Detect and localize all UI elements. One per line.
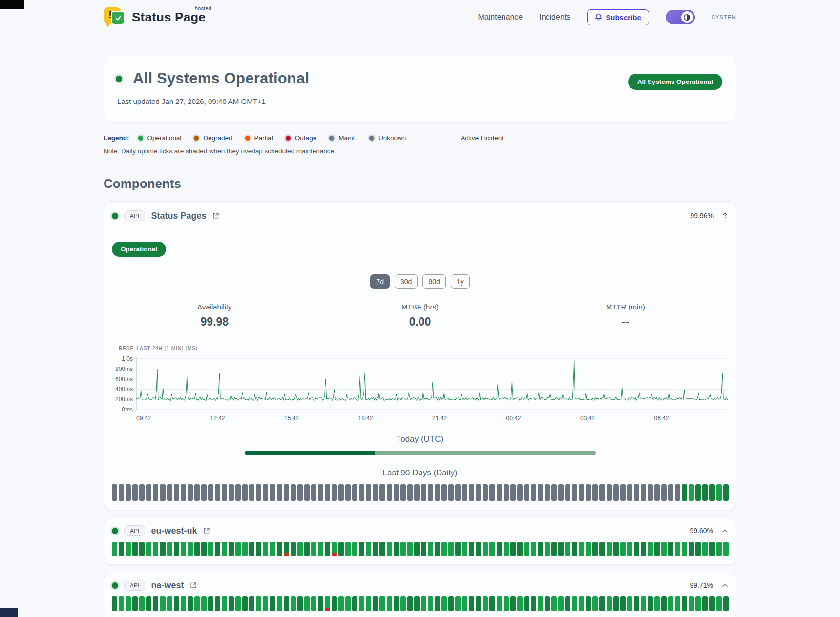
uptime-tick[interactable] [394,542,399,556]
uptime-tick[interactable] [675,596,680,611]
uptime-tick[interactable] [476,484,481,501]
uptime-tick[interactable] [441,596,447,611]
uptime-tick[interactable] [654,542,660,556]
uptime-tick[interactable] [256,596,261,611]
subscribe-button[interactable]: Subscribe [587,9,649,25]
uptime-tick[interactable] [208,596,213,611]
uptime-tick[interactable] [174,542,179,556]
uptime-tick[interactable] [517,596,523,611]
uptime-tick[interactable] [263,542,268,556]
uptime-tick[interactable] [256,484,261,501]
uptime-tick[interactable] [146,542,151,556]
uptime-tick[interactable] [297,484,303,501]
uptime-tick[interactable] [441,484,447,501]
uptime-tick[interactable] [414,484,420,501]
uptime-tick[interactable] [284,484,289,501]
uptime-tick[interactable] [545,596,550,611]
uptime-tick[interactable] [291,596,296,611]
uptime-tick[interactable] [222,596,227,611]
uptime-tick[interactable] [235,596,241,611]
uptime-tick[interactable] [345,484,351,501]
uptime-tick[interactable] [215,484,220,501]
uptime-tick[interactable] [524,596,529,611]
uptime-tick[interactable] [174,596,179,611]
uptime-tick[interactable] [524,542,529,556]
range-button-7d[interactable]: 7d [370,274,390,289]
uptime-tick[interactable] [510,484,516,501]
uptime-tick[interactable] [723,596,729,611]
uptime-tick[interactable] [387,542,392,556]
uptime-tick[interactable] [648,484,653,501]
range-button-30d[interactable]: 30d [395,274,418,289]
uptime-tick[interactable] [194,542,200,556]
uptime-tick[interactable] [153,542,158,556]
uptime-tick[interactable] [579,542,584,556]
uptime-tick[interactable] [160,484,165,501]
uptime-tick[interactable] [132,484,138,501]
uptime-tick[interactable] [620,542,626,556]
uptime-tick[interactable] [579,484,584,501]
chevron-up-icon[interactable] [722,583,728,588]
uptime-tick[interactable] [531,484,536,501]
uptime-tick[interactable] [682,484,687,501]
uptime-tick[interactable] [627,484,632,501]
uptime-tick[interactable] [311,484,316,501]
uptime-tick[interactable] [510,542,516,556]
uptime-tick[interactable] [455,484,461,501]
uptime-tick[interactable] [284,596,289,611]
uptime-tick[interactable] [167,596,172,611]
uptime-tick[interactable] [359,596,364,611]
uptime-tick[interactable] [139,542,145,556]
uptime-tick[interactable] [592,542,598,556]
uptime-tick[interactable] [489,484,495,501]
uptime-tick[interactable] [695,542,701,556]
chevron-up-icon[interactable] [722,529,728,533]
uptime-tick[interactable] [545,542,550,556]
uptime-tick[interactable] [359,484,364,501]
uptime-tick[interactable] [497,484,502,501]
uptime-tick[interactable] [634,542,639,556]
uptime-tick[interactable] [146,596,151,611]
uptime-tick[interactable] [648,596,653,611]
uptime-tick[interactable] [455,596,461,611]
uptime-tick[interactable] [400,542,406,556]
uptime-tick[interactable] [235,542,241,556]
uptime-tick[interactable] [373,484,378,501]
uptime-tick[interactable] [428,542,433,556]
uptime-tick[interactable] [181,596,186,611]
uptime-tick[interactable] [634,596,639,611]
uptime-tick[interactable] [291,484,296,501]
uptime-tick[interactable] [394,596,399,611]
uptime-tick[interactable] [695,484,701,501]
uptime-tick[interactable] [682,596,687,611]
uptime-tick[interactable] [592,484,598,501]
uptime-tick[interactable] [483,484,488,501]
uptime-tick[interactable] [139,596,145,611]
uptime-tick[interactable] [538,484,543,501]
uptime-tick[interactable] [586,542,591,556]
uptime-tick[interactable] [641,484,646,501]
uptime-tick[interactable] [112,484,117,501]
uptime-tick[interactable] [723,484,729,501]
uptime-tick[interactable] [277,484,282,501]
uptime-tick[interactable] [167,484,172,501]
uptime-tick[interactable] [497,596,502,611]
uptime-tick[interactable] [352,542,357,556]
uptime-tick[interactable] [572,596,577,611]
range-button-90d[interactable]: 90d [422,274,445,289]
uptime-tick[interactable] [504,542,509,556]
uptime-tick[interactable] [407,484,413,501]
uptime-tick[interactable] [270,484,275,501]
external-link-icon[interactable] [212,212,220,220]
uptime-tick[interactable] [497,542,502,556]
uptime-tick[interactable] [318,542,323,556]
uptime-tick[interactable] [634,484,639,501]
uptime-tick[interactable] [338,596,344,611]
uptime-tick[interactable] [428,596,433,611]
uptime-tick[interactable] [565,596,570,611]
uptime-tick[interactable] [215,596,220,611]
uptime-tick[interactable] [620,484,626,501]
uptime-tick[interactable] [338,542,344,556]
uptime-tick[interactable] [421,542,426,556]
uptime-tick[interactable] [242,596,248,611]
